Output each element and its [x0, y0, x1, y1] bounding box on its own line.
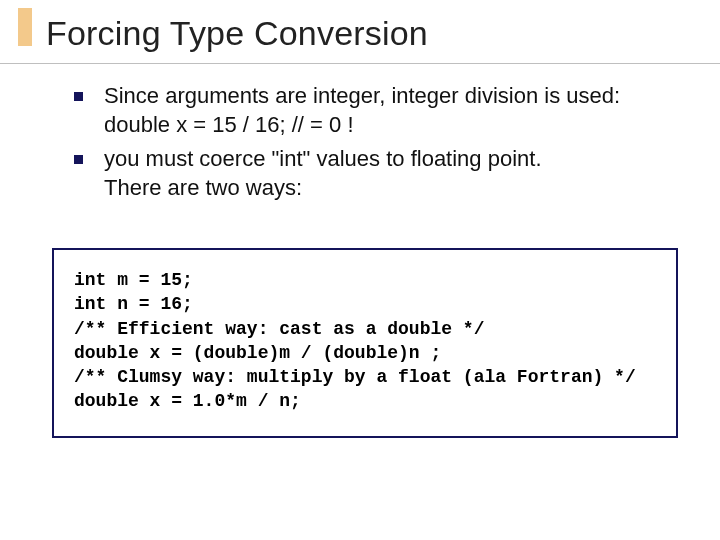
body-area: Since arguments are integer, integer div… [60, 82, 680, 208]
square-bullet-icon [74, 92, 83, 101]
title-area: Forcing Type Conversion [0, 0, 720, 64]
code-box: int m = 15; int n = 16; /** Efficient wa… [52, 248, 678, 438]
bullet-text: Since arguments are integer, integer div… [104, 83, 620, 108]
bullet-list: Since arguments are integer, integer div… [60, 82, 680, 202]
bullet-text: you must coerce "int" values to floating… [104, 146, 542, 171]
bullet-item: you must coerce "int" values to floating… [60, 145, 680, 202]
code-block: int m = 15; int n = 16; /** Efficient wa… [74, 268, 656, 365]
bullet-continuation: double x = 15 / 16; // = 0 ! [104, 111, 680, 140]
code-block: /** Clumsy way: multiply by a float (ala… [74, 365, 656, 414]
bullet-item: Since arguments are integer, integer div… [60, 82, 680, 139]
slide-title: Forcing Type Conversion [46, 14, 704, 53]
slide: Forcing Type Conversion Since arguments … [0, 0, 720, 540]
bullet-continuation: There are two ways: [104, 174, 680, 203]
square-bullet-icon [74, 155, 83, 164]
